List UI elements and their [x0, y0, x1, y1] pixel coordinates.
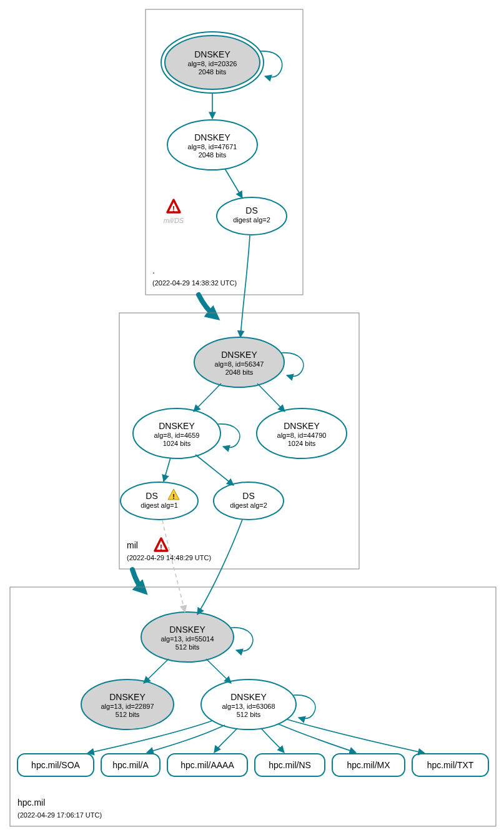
edge-hpc-ksk-self [231, 628, 253, 651]
svg-point-31 [214, 482, 284, 520]
svg-text:DNSKEY: DNSKEY [230, 692, 267, 702]
svg-text:DNSKEY: DNSKEY [194, 132, 230, 142]
edge-root-zsk-ds [225, 169, 242, 198]
edge-zsk2-mx [278, 724, 356, 753]
svg-text:DNSKEY: DNSKEY [159, 421, 195, 431]
svg-text:hpc.mil/TXT: hpc.mil/TXT [427, 760, 474, 770]
node-hpc-zsk1[interactable]: DNSKEY alg=13, id=22897 512 bits [81, 679, 174, 729]
svg-text:digest alg=2: digest alg=2 [233, 216, 270, 224]
edge-hpc-zsk2-self [294, 695, 315, 719]
rr-soa[interactable]: hpc.mil/SOA [17, 754, 94, 776]
svg-text:hpc.mil/MX: hpc.mil/MX [347, 760, 390, 770]
edge-delegation-mil-hpc [132, 570, 144, 591]
svg-text:512 bits: 512 bits [175, 643, 200, 651]
node-mil-zsk2[interactable]: DNSKEY alg=8, id=44790 1024 bits [257, 408, 347, 458]
edge-ds1-hpcksk-dashed [162, 520, 185, 612]
svg-point-27 [121, 482, 198, 520]
rr-aaaa[interactable]: hpc.mil/AAAA [167, 754, 247, 776]
edge-zsk2-txt [287, 719, 425, 753]
edge-zsk2-ns [261, 728, 284, 753]
svg-text:mil/DS: mil/DS [164, 217, 184, 224]
svg-text:digest alg=2: digest alg=2 [230, 501, 267, 509]
svg-text:2048 bits: 2048 bits [199, 151, 227, 159]
edge-zsk1-ds1 [164, 458, 170, 482]
svg-text:alg=8, id=44790: alg=8, id=44790 [277, 432, 327, 439]
svg-text:DS: DS [242, 491, 254, 501]
svg-text:DS: DS [245, 205, 257, 215]
svg-text:DS: DS [146, 491, 157, 501]
svg-text:2048 bits: 2048 bits [225, 368, 254, 376]
svg-text:digest alg=1: digest alg=1 [141, 501, 178, 509]
svg-text:1024 bits: 1024 bits [163, 440, 191, 447]
rr-mx[interactable]: hpc.mil/MX [332, 754, 405, 776]
zone-root-time: (2022-04-29 14:38:32 UTC) [152, 279, 237, 287]
rr-txt[interactable]: hpc.mil/TXT [412, 754, 488, 776]
edge-mil-ksk-self [282, 353, 304, 377]
svg-text:!: ! [172, 493, 175, 500]
svg-text:alg=8, id=4659: alg=8, id=4659 [154, 432, 200, 439]
node-root-zsk[interactable]: DNSKEY alg=8, id=47671 2048 bits [167, 120, 257, 170]
node-hpc-ksk[interactable]: DNSKEY alg=13, id=55014 512 bits [141, 612, 234, 662]
node-mil-zsk1[interactable]: DNSKEY alg=8, id=4659 1024 bits [133, 408, 220, 458]
svg-text:512 bits: 512 bits [237, 711, 261, 718]
svg-text:alg=8, id=56347: alg=8, id=56347 [215, 360, 264, 368]
edge-delegation-root-mil [199, 295, 215, 317]
svg-text:DNSKEY: DNSKEY [221, 350, 257, 360]
edge-mil-zsk1-self [218, 424, 240, 448]
node-hpc-zsk2[interactable]: DNSKEY alg=13, id=63068 512 bits [201, 679, 296, 729]
zone-root-label: . [152, 265, 155, 275]
svg-text:alg=13, id=22897: alg=13, id=22897 [101, 703, 154, 710]
edge-zsk1-ds2 [195, 455, 234, 485]
edge-hpcksk-zsk1 [144, 659, 169, 683]
svg-text:DNSKEY: DNSKEY [284, 421, 320, 431]
svg-text:alg=8, id=47671: alg=8, id=47671 [188, 143, 237, 151]
svg-text:hpc.mil/AAAA: hpc.mil/AAAA [180, 760, 234, 770]
rr-ns[interactable]: hpc.mil/NS [255, 754, 325, 776]
rr-a[interactable]: hpc.mil/A [101, 754, 160, 776]
svg-text:alg=13, id=55014: alg=13, id=55014 [161, 635, 214, 643]
edge-hpcksk-zsk2 [206, 659, 231, 683]
svg-text:!: ! [172, 204, 175, 214]
svg-text:!: ! [160, 543, 162, 552]
zone-hpc-label: hpc.mil [17, 798, 45, 808]
svg-text:hpc.mil/NS: hpc.mil/NS [269, 760, 311, 770]
edge-milksk-zsk1 [194, 383, 221, 412]
zone-hpc-time: (2022-04-29 17:06:17 UTC) [17, 811, 102, 819]
zone-mil-time: (2022-04-29 14:48:29 UTC) [127, 554, 211, 561]
svg-text:hpc.mil/A: hpc.mil/A [112, 760, 149, 770]
dnssec-diagram: . (2022-04-29 14:38:32 UTC) DNSKEY alg=8… [0, 0, 504, 835]
svg-text:1024 bits: 1024 bits [288, 440, 316, 447]
node-mil-ds1[interactable]: DS digest alg=1 ! [121, 482, 198, 520]
node-root-ksk[interactable]: DNSKEY alg=8, id=20326 2048 bits [161, 32, 264, 93]
svg-text:alg=8, id=20326: alg=8, id=20326 [188, 60, 237, 67]
node-root-ds[interactable]: DS digest alg=2 [217, 197, 287, 235]
edge-zsk2-aaaa [214, 728, 237, 753]
svg-text:DNSKEY: DNSKEY [109, 692, 146, 702]
zone-mil-label: mil [127, 540, 138, 550]
svg-text:512 bits: 512 bits [116, 711, 140, 718]
faded-mil-ds: ! mil/DS [164, 200, 184, 224]
svg-text:DNSKEY: DNSKEY [169, 625, 205, 635]
edge-milksk-zsk2 [257, 383, 285, 412]
svg-text:2048 bits: 2048 bits [199, 68, 227, 76]
node-mil-ds2[interactable]: DS digest alg=2 [214, 482, 284, 520]
node-mil-ksk[interactable]: DNSKEY alg=8, id=56347 2048 bits [194, 337, 284, 387]
svg-text:alg=13, id=63068: alg=13, id=63068 [222, 703, 275, 710]
svg-text:hpc.mil/SOA: hpc.mil/SOA [31, 760, 80, 770]
svg-text:DNSKEY: DNSKEY [194, 49, 230, 59]
error-icon-mil: ! [155, 538, 167, 552]
edge-ds2-hpcksk [197, 520, 242, 615]
edge-root-ds-milksk [240, 235, 250, 337]
